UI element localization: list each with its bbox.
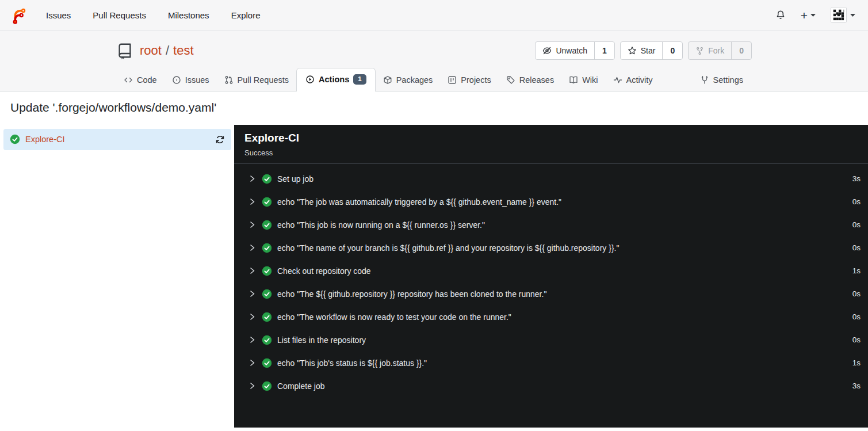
user-menu[interactable] (831, 7, 855, 23)
star-label: Star (641, 46, 656, 55)
step-row[interactable]: List files in the repository 0s (234, 329, 868, 352)
tab-pull-requests[interactable]: Pull Requests (217, 69, 296, 91)
settings-tool-icon (700, 75, 709, 85)
chevron-right-icon (248, 382, 256, 390)
step-duration: 1s (852, 266, 861, 275)
star-button-group: Star 0 (620, 41, 683, 60)
step-duration: 3s (852, 382, 861, 390)
chevron-right-icon (248, 267, 256, 274)
step-row[interactable]: echo "The name of your branch is ${{ git… (234, 237, 868, 260)
step-row[interactable]: echo "The workflow is now ready to test … (234, 306, 868, 329)
job-status-text: Success (244, 148, 858, 157)
nav-item-milestones[interactable]: Milestones (168, 10, 209, 20)
tab-projects-label: Projects (461, 75, 491, 85)
stars-count[interactable]: 0 (662, 42, 682, 59)
tab-releases-label: Releases (519, 75, 554, 85)
step-success-check-icon (262, 381, 272, 391)
notifications-bell-icon[interactable] (775, 10, 786, 20)
chevron-right-icon (248, 244, 256, 251)
repo-owner-link[interactable]: root (140, 43, 162, 58)
step-row[interactable]: echo "This job is now running on a ${{ r… (234, 213, 868, 237)
step-row[interactable]: Set up job 3s (234, 167, 868, 190)
tab-settings[interactable]: Settings (693, 69, 751, 91)
job-log-panel: Explore-CI Success Set up job 3s (234, 125, 868, 428)
tab-wiki[interactable]: Wiki (561, 69, 605, 91)
project-board-icon (448, 75, 457, 85)
job-success-check-icon (10, 134, 20, 144)
step-row[interactable]: Check out repository code 1s (234, 260, 868, 283)
step-row[interactable]: echo "The job was automatically triggere… (234, 190, 868, 213)
step-success-check-icon (262, 358, 272, 368)
step-success-check-icon (262, 312, 272, 322)
tab-issues[interactable]: Issues (165, 69, 217, 91)
action-run-view: Update '.forgejo/workflows/demo.yaml' Ex… (0, 91, 868, 428)
tab-projects[interactable]: Projects (440, 69, 498, 91)
pulse-icon (613, 75, 622, 85)
chevron-down-icon (850, 14, 855, 17)
step-duration: 1s (852, 358, 861, 367)
pull-request-icon (224, 75, 234, 85)
tab-actions[interactable]: Actions 1 (296, 68, 376, 91)
step-row[interactable]: echo "This job's status is ${{ job.statu… (234, 352, 868, 375)
nav-item-issues[interactable]: Issues (46, 10, 71, 20)
tab-settings-label: Settings (713, 75, 743, 85)
chevron-right-icon (248, 313, 256, 321)
star-button[interactable]: Star (621, 42, 663, 59)
tab-activity[interactable]: Activity (606, 69, 660, 91)
repo-actions: Unwatch 1 Star 0 (535, 41, 752, 60)
unwatch-label: Unwatch (556, 46, 587, 55)
create-new-button[interactable]: + (801, 9, 816, 21)
step-row[interactable]: Complete job 3s (234, 375, 868, 398)
repo-name-link[interactable]: test (173, 43, 193, 58)
repository-icon (116, 42, 133, 59)
fork-label: Fork (708, 46, 724, 55)
step-name: echo "The name of your branch is ${{ git… (277, 243, 846, 253)
unwatch-button[interactable]: Unwatch (536, 42, 594, 59)
code-icon (124, 75, 133, 85)
repo-header: root / test Unwatch 1 (0, 30, 868, 91)
step-name: Set up job (277, 174, 846, 184)
step-name: echo "The job was automatically triggere… (277, 197, 846, 207)
tab-packages[interactable]: Packages (376, 69, 441, 91)
run-title: Update '.forgejo/workflows/demo.yaml' (10, 101, 216, 115)
nav-item-pull-requests[interactable]: Pull Requests (93, 10, 146, 20)
step-duration: 0s (852, 312, 861, 321)
forks-count[interactable]: 0 (731, 42, 751, 59)
step-duration: 0s (852, 289, 861, 298)
plus-icon: + (801, 9, 808, 21)
eye-slash-icon (542, 46, 552, 55)
tab-actions-label: Actions (319, 75, 349, 84)
rerun-job-icon[interactable] (215, 135, 225, 144)
step-duration: 0s (852, 243, 861, 252)
fork-button[interactable]: Fork (689, 42, 731, 59)
step-row[interactable]: echo "The ${{ github.repository }} repos… (234, 283, 868, 306)
step-success-check-icon (262, 289, 272, 299)
fork-button-group: Fork 0 (688, 41, 752, 60)
watch-button-group: Unwatch 1 (535, 41, 614, 60)
step-name: Check out repository code (277, 266, 846, 276)
tab-packages-label: Packages (396, 75, 433, 85)
tab-code[interactable]: Code (116, 69, 165, 91)
forgejo-logo[interactable] (9, 5, 29, 25)
step-duration: 3s (852, 174, 861, 183)
tab-issues-label: Issues (185, 75, 209, 85)
step-success-check-icon (262, 266, 272, 276)
chevron-right-icon (248, 359, 256, 367)
step-name: List files in the repository (277, 335, 846, 345)
tab-pull-requests-label: Pull Requests (238, 75, 289, 85)
nav-item-explore[interactable]: Explore (231, 10, 261, 20)
watchers-count[interactable]: 1 (594, 42, 614, 59)
job-list-item-explore-ci[interactable]: Explore-CI (3, 129, 231, 150)
step-success-check-icon (262, 174, 272, 184)
step-name: echo "The ${{ github.repository }} repos… (277, 289, 846, 299)
chevron-right-icon (248, 290, 256, 297)
package-icon (383, 75, 392, 85)
actions-count-badge: 1 (353, 74, 366, 85)
step-success-check-icon (262, 243, 272, 253)
top-navbar: Issues Pull Requests Milestones Explore … (0, 0, 868, 30)
step-duration: 0s (852, 220, 861, 229)
tab-activity-label: Activity (626, 75, 653, 85)
tab-releases[interactable]: Releases (499, 69, 561, 91)
repo-tabs: Code Issues Pull Requests Actions 1 (111, 68, 757, 91)
step-duration: 0s (852, 197, 861, 206)
